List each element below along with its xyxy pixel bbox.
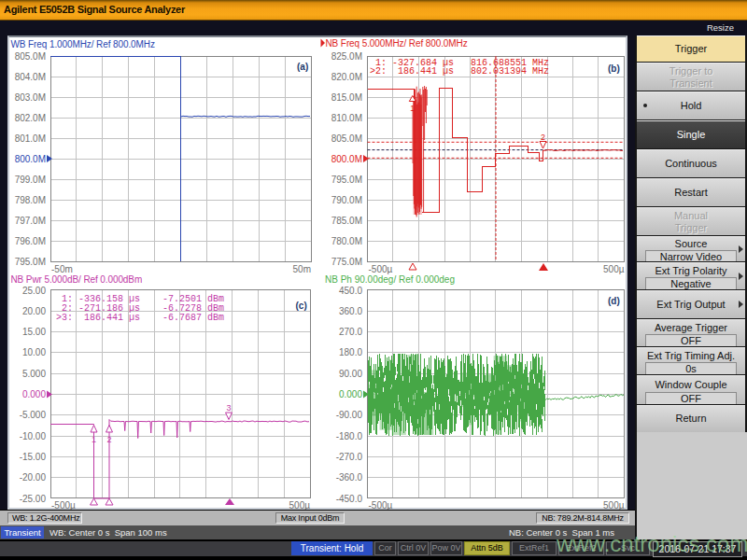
svg-text:797.0M: 797.0M [15, 216, 46, 226]
svg-text:805.0M: 805.0M [331, 133, 362, 144]
svg-text:-500µ: -500µ [369, 264, 393, 274]
svg-text:-450.0: -450.0 [336, 494, 363, 504]
svg-text:500µ: 500µ [603, 500, 625, 511]
svg-text:-360.0: -360.0 [336, 472, 363, 483]
svg-text:1: 1 [92, 435, 96, 444]
svg-text:785.0M: 785.0M [331, 216, 362, 226]
svg-text:-500µ: -500µ [369, 500, 393, 511]
svg-text:775.0M: 775.0M [331, 257, 362, 267]
svg-text:815.0M: 815.0M [331, 92, 362, 103]
svg-text:(a): (a) [297, 62, 308, 72]
svg-text:799.0M: 799.0M [15, 175, 46, 185]
svg-text:15.00: 15.00 [22, 327, 46, 337]
svg-text:795.0M: 795.0M [331, 175, 362, 185]
svg-text:801.0M: 801.0M [15, 133, 46, 144]
svg-text:(d): (d) [608, 296, 620, 306]
svg-text:-20.00: -20.00 [20, 472, 47, 483]
svg-text:1: 1 [410, 104, 415, 113]
svg-text:NB Ph 90.00deg/ Ref 0.000deg: NB Ph 90.00deg/ Ref 0.000deg [325, 274, 455, 285]
svg-text:805.0M: 805.0M [15, 51, 46, 62]
svg-text:-90.00: -90.00 [336, 410, 363, 420]
svg-text:800.0M: 800.0M [15, 154, 46, 164]
svg-text:-25.00: -25.00 [20, 494, 47, 504]
svg-text:0.000: 0.000 [22, 389, 46, 399]
svg-text:800.0M: 800.0M [331, 154, 362, 164]
svg-text:5.000: 5.000 [22, 369, 46, 379]
svg-text:270.0: 270.0 [339, 327, 362, 337]
svg-text:500µ: 500µ [289, 500, 311, 511]
svg-text:-15.00: -15.00 [20, 452, 47, 462]
svg-text:450.0: 450.0 [339, 286, 362, 296]
svg-text:2: 2 [106, 435, 111, 444]
svg-text:-270.0: -270.0 [336, 452, 363, 462]
svg-text:810.0M: 810.0M [331, 113, 362, 123]
svg-text:500µ: 500µ [603, 264, 625, 274]
svg-text:803.0M: 803.0M [15, 92, 46, 103]
svg-text:804.0M: 804.0M [15, 72, 46, 82]
svg-text:(b): (b) [608, 63, 620, 74]
svg-text:-50m: -50m [51, 264, 73, 274]
svg-text:780.0M: 780.0M [331, 236, 362, 246]
svg-text:90.00: 90.00 [339, 369, 362, 379]
svg-text:802.0M: 802.0M [15, 113, 46, 123]
svg-text:-180.0: -180.0 [336, 431, 363, 441]
svg-text:NB Freq 5.000MHz/ Ref 800.0MHz: NB Freq 5.000MHz/ Ref 800.0MHz [326, 38, 468, 49]
svg-text:NB Pwr 5.000dB/ Ref 0.000dBm: NB Pwr 5.000dB/ Ref 0.000dBm [11, 274, 143, 285]
svg-text:-500µ: -500µ [51, 500, 76, 511]
svg-text:820.0M: 820.0M [331, 72, 362, 82]
svg-text:>2: 186.441 µs 802.031394 M: >2: 186.441 µs 802.031394 MHz [370, 66, 549, 77]
svg-text:(c): (c) [296, 301, 307, 311]
svg-text:795.0M: 795.0M [15, 257, 46, 267]
svg-text:2: 2 [541, 133, 545, 142]
svg-text:790.0M: 790.0M [331, 195, 362, 205]
svg-text:825.0M: 825.0M [331, 51, 362, 62]
svg-text:180.0: 180.0 [339, 347, 362, 357]
svg-text:798.0M: 798.0M [15, 195, 46, 205]
svg-text:>3: 186.441 µs -6.7687 dBm: >3: 186.441 µs -6.7687 dBm [56, 313, 224, 323]
svg-text:-10.00: -10.00 [20, 431, 47, 441]
svg-text:25.00: 25.00 [22, 286, 46, 296]
svg-text:-5.000: -5.000 [20, 410, 47, 420]
svg-text:0.000: 0.000 [339, 389, 362, 399]
svg-text:3: 3 [226, 403, 231, 413]
svg-text:WB Freq 1.000MHz/ Ref 800.0MHz: WB Freq 1.000MHz/ Ref 800.0MHz [11, 39, 155, 49]
svg-text:50m: 50m [293, 264, 311, 274]
svg-text:20.00: 20.00 [22, 306, 46, 316]
svg-text:796.0M: 796.0M [15, 236, 46, 246]
svg-text:10.00: 10.00 [22, 347, 46, 357]
svg-text:360.0: 360.0 [339, 306, 362, 316]
